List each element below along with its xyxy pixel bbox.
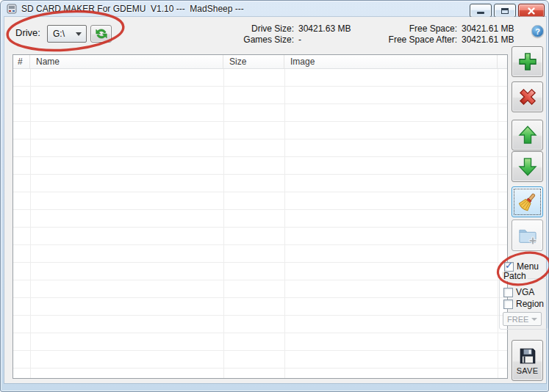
- patch-mode-value: FREE: [507, 315, 528, 324]
- maximize-button[interactable]: [494, 4, 516, 18]
- chevron-down-icon: [76, 32, 82, 36]
- free-space-value: 30421.61 MB: [462, 23, 525, 35]
- move-up-button[interactable]: [512, 120, 543, 150]
- help-button[interactable]: ?: [531, 25, 544, 37]
- chevron-down-icon: [531, 318, 537, 321]
- broom-icon: [517, 192, 538, 212]
- red-x-icon: [518, 87, 537, 106]
- drive-info: Drive Size: 30421.63 MB Free Space: 3042…: [216, 23, 525, 46]
- new-folder-button[interactable]: [512, 219, 543, 251]
- drive-size-label: Drive Size:: [216, 23, 298, 35]
- add-game-button[interactable]: [512, 46, 543, 77]
- game-list[interactable]: # Name Size Image: [12, 54, 508, 379]
- drive-select[interactable]: G:\: [47, 25, 87, 43]
- client-area: Drive: G:\ Drive Size: 30421.63 MB Free …: [4, 17, 546, 383]
- close-button[interactable]: [518, 4, 545, 18]
- save-button-label: SAVE: [517, 366, 539, 375]
- vga-checkbox-row: VGA: [503, 287, 534, 297]
- vga-checkbox-label: VGA: [516, 287, 534, 297]
- column-header-image[interactable]: Image: [284, 55, 498, 68]
- caption-buttons: [470, 4, 545, 18]
- games-size-value: -: [298, 35, 372, 46]
- app-window: SD CARD MAKER For GDEMU V1.10 --- MadShe…: [0, 0, 549, 392]
- region-checkbox[interactable]: [503, 300, 513, 309]
- maximize-icon: [501, 8, 509, 14]
- refresh-button[interactable]: [90, 25, 112, 43]
- help-icon: ?: [535, 27, 540, 36]
- patch-group: Patch VGA Region FREE: [499, 278, 548, 330]
- save-button[interactable]: SAVE: [512, 340, 543, 381]
- minimize-icon: [477, 12, 484, 14]
- column-header-number[interactable]: #: [13, 55, 30, 68]
- vga-checkbox[interactable]: [503, 288, 513, 297]
- menu-checkbox-label: Menu: [517, 261, 539, 272]
- patch-group-label: Patch: [502, 272, 528, 281]
- region-checkbox-label: Region: [516, 299, 544, 309]
- column-header-size[interactable]: Size: [223, 55, 284, 68]
- free-space-after-label: Free Space After:: [372, 35, 462, 46]
- window-title: SD CARD MAKER For GDEMU V1.10 --- MadShe…: [21, 4, 244, 14]
- titlebar[interactable]: SD CARD MAKER For GDEMU V1.10 --- MadShe…: [1, 1, 548, 17]
- grid-line: [223, 69, 224, 378]
- list-header: # Name Size Image: [13, 55, 507, 69]
- column-header-name[interactable]: Name: [30, 55, 223, 68]
- drive-select-value: G:\: [53, 29, 65, 39]
- folder-plus-icon: [517, 225, 538, 246]
- grid-line: [30, 69, 31, 378]
- menu-checkbox-row: ✓ Menu: [504, 261, 539, 272]
- games-size-label: Games Size:: [216, 35, 298, 46]
- menu-checkbox[interactable]: ✓: [504, 262, 514, 272]
- close-icon: [528, 7, 536, 15]
- free-space-label: Free Space:: [372, 23, 462, 35]
- floppy-disk-icon: [518, 346, 537, 366]
- app-icon: [6, 3, 18, 15]
- column-header-blank: [498, 55, 507, 68]
- move-down-button[interactable]: [512, 151, 543, 182]
- grid-line: [498, 69, 498, 378]
- region-checkbox-row: Region: [503, 299, 544, 309]
- plus-icon: [518, 52, 537, 71]
- down-arrow-icon: [518, 157, 537, 176]
- patch-mode-select[interactable]: FREE: [503, 312, 542, 326]
- up-arrow-icon: [518, 126, 537, 145]
- remove-game-button[interactable]: [512, 81, 543, 112]
- drive-label: Drive:: [15, 27, 40, 38]
- clean-button[interactable]: [512, 186, 543, 217]
- list-body[interactable]: [13, 69, 507, 378]
- grid-line: [284, 69, 285, 378]
- refresh-icon: [95, 27, 108, 40]
- check-icon: ✓: [505, 261, 513, 270]
- free-space-after-value: 30421.61 MB: [462, 35, 525, 46]
- drive-size-value: 30421.63 MB: [298, 23, 372, 35]
- minimize-button[interactable]: [470, 4, 492, 18]
